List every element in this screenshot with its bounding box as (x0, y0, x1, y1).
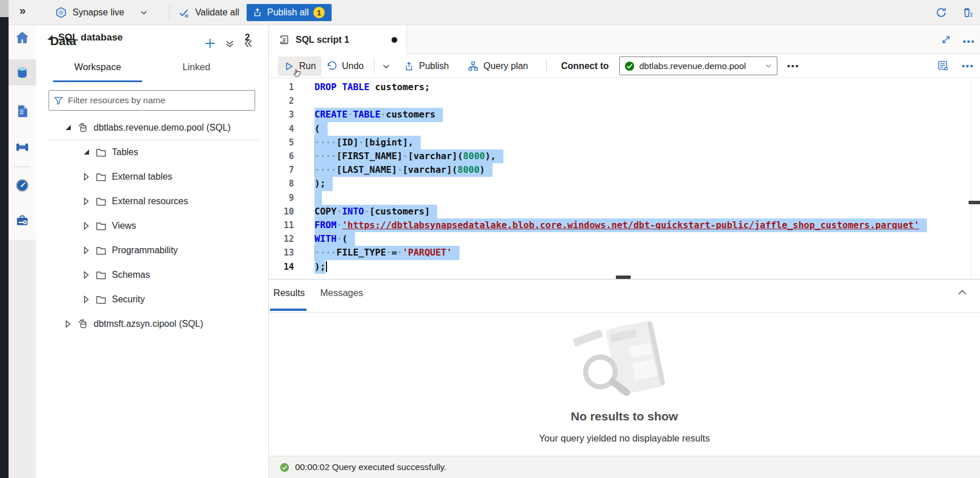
monitor-icon[interactable] (15, 178, 30, 193)
collapsed-arrow-icon[interactable] (82, 173, 91, 181)
code-line[interactable]: ); (314, 260, 980, 274)
filter-input[interactable] (68, 95, 250, 106)
results-panel: Results Messages (269, 279, 980, 456)
line-number[interactable]: 9 (269, 191, 294, 205)
tree-item-dbtmsft-azsyn-cipool-sql-[interactable]: dbtmsft.azsyn.cipool (SQL) (36, 311, 269, 336)
collapsed-arrow-icon[interactable] (82, 197, 91, 205)
code-line[interactable] (314, 191, 980, 205)
code-line[interactable]: DROP TABLE customers; (314, 80, 980, 94)
develop-icon[interactable] (15, 104, 30, 119)
integrate-icon[interactable] (15, 140, 30, 155)
collapsed-arrow-icon[interactable] (82, 295, 91, 303)
line-number[interactable]: 14 (269, 260, 294, 274)
line-number[interactable]: 12 (269, 232, 294, 246)
code-editor[interactable]: 1DROP TABLE customers;23CREATE·TABLE·cus… (269, 78, 980, 279)
results-tab-bar: Results Messages (269, 279, 980, 313)
expand-panel-icon[interactable]: » (19, 4, 26, 17)
view-settings-icon[interactable] (937, 59, 949, 72)
folder-icon (95, 147, 107, 158)
tree-item-tables[interactable]: Tables (36, 140, 269, 164)
collapsed-arrow-icon[interactable] (82, 271, 91, 279)
mode-label: Synapse live (72, 7, 124, 18)
tab-sql-script[interactable]: SQL script 1 (270, 25, 407, 54)
collapsed-arrow-icon[interactable] (82, 246, 91, 254)
expanded-arrow-icon[interactable] (63, 125, 72, 130)
tree-item-label: Tables (112, 147, 138, 157)
collapse-all-icon[interactable] (224, 38, 235, 49)
tab-more-icon[interactable]: ••• (963, 37, 975, 46)
data-icon[interactable] (15, 65, 30, 80)
tab-messages[interactable]: Messages (320, 287, 363, 298)
publish-button[interactable]: Publish (404, 54, 449, 78)
tree-item-security[interactable]: Security (36, 287, 269, 311)
line-number[interactable]: 6 (269, 149, 294, 163)
undo-button[interactable]: Undo (326, 54, 364, 78)
collapse-panel-icon[interactable] (243, 38, 253, 49)
run-button[interactable]: Run (278, 56, 321, 76)
manage-icon[interactable] (15, 213, 30, 228)
collapsed-arrow-icon[interactable] (63, 320, 72, 328)
code-line[interactable] (314, 94, 980, 108)
code-line[interactable]: ····FILE_TYPE·=·'PARQUET' (314, 246, 980, 260)
tree-item-views[interactable]: Views (36, 213, 269, 238)
tree-item-label: dbtmsft.azsyn.cipool (SQL) (94, 319, 203, 329)
line-number[interactable]: 8 (269, 177, 294, 191)
expanded-arrow-icon[interactable] (82, 149, 91, 155)
refresh-icon[interactable] (935, 6, 947, 19)
line-number[interactable]: 3 (269, 108, 294, 121)
folder-icon (95, 294, 107, 305)
line-number[interactable]: 5 (269, 136, 294, 149)
tab-linked[interactable]: Linked (171, 62, 222, 81)
nav-rail (9, 25, 36, 478)
code-line[interactable]: ····[LAST_NAME]·[varchar](8000) (314, 163, 980, 177)
run-options-chevron[interactable] (382, 54, 390, 78)
expand-editor-icon[interactable] (941, 34, 951, 45)
line-number[interactable]: 1 (269, 80, 294, 94)
toolbar-right-more-icon[interactable]: ••• (962, 61, 974, 71)
query-plan-button[interactable]: Query plan (467, 54, 528, 78)
empty-state-title: No results to show (269, 410, 980, 423)
data-panel-title: Data (50, 34, 76, 48)
left-edge-rail (0, 17, 9, 478)
home-icon[interactable] (15, 30, 30, 45)
code-line[interactable]: ····[FIRST_NAME]·[varchar](8000), (314, 149, 980, 163)
code-line[interactable]: ); (314, 177, 980, 191)
rail-divider (14, 167, 30, 167)
line-number[interactable]: 10 (269, 205, 294, 218)
toolbar-more-icon[interactable]: ••• (787, 61, 800, 71)
code-line[interactable]: WITH·( (314, 232, 980, 246)
tree-item-external-resources[interactable]: External resources (36, 189, 269, 213)
code-line[interactable]: FROM·'https://dbtlabsynapsedatalake.blob… (314, 218, 980, 232)
tab-results[interactable]: Results (273, 287, 305, 298)
line-number[interactable]: 7 (269, 163, 294, 177)
mode-selector[interactable]: Synapse live (55, 0, 148, 25)
code-line[interactable]: CREATE·TABLE·customers (314, 108, 980, 121)
tree-item-schemas[interactable]: Schemas (36, 262, 269, 287)
tree-item-external-tables[interactable]: External tables (36, 164, 269, 189)
code-line[interactable]: ( (314, 122, 980, 136)
resource-tree: dbtlabs.revenue.demo.pool (SQL)TablesExt… (36, 115, 269, 336)
tab-workspace[interactable]: Workspace (53, 62, 142, 81)
collapse-results-icon[interactable] (956, 286, 969, 299)
line-number[interactable]: 13 (269, 246, 294, 260)
line-number[interactable]: 4 (269, 122, 294, 136)
folder-icon (95, 269, 107, 281)
add-resource-icon[interactable] (203, 37, 217, 50)
discard-all-icon[interactable] (961, 6, 974, 19)
line-number[interactable]: 2 (269, 94, 294, 108)
validate-all-button[interactable]: Validate all (178, 0, 239, 25)
tree-item-label: Security (112, 294, 145, 305)
line-number[interactable]: 11 (269, 218, 294, 232)
tree-item-dbtlabs-revenue-demo-pool-sql-[interactable]: dbtlabs.revenue.demo.pool (SQL) (36, 115, 269, 140)
code-line[interactable]: COPY·INTO·[customers] (314, 205, 980, 218)
tree-item-programmability[interactable]: Programmability (36, 238, 269, 262)
splitter-drag-handle[interactable] (616, 276, 631, 279)
collapsed-arrow-icon[interactable] (82, 222, 91, 230)
pool-dropdown[interactable]: dbtlabs.revenue.demo.pool (619, 56, 777, 75)
publish-label: Publish (419, 61, 449, 71)
tree-item-label: Views (112, 221, 136, 231)
code-line[interactable]: ····[ID]·[bigint], (314, 136, 980, 149)
editor-scrollbar-handle[interactable] (969, 201, 980, 204)
text-cursor (326, 261, 327, 272)
publish-all-button[interactable]: Publish all 1 (247, 4, 332, 21)
